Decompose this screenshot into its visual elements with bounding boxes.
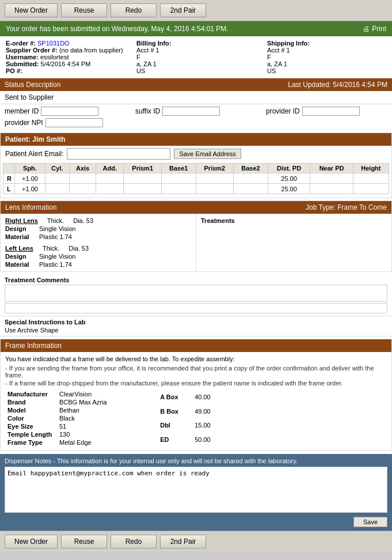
new-order-button[interactable]: New Order: [5, 3, 58, 17]
frame-abox-value: 40.00: [192, 390, 310, 404]
dispenser-notes-textarea[interactable]: Email happypatient@mypractice.com when o…: [5, 467, 387, 513]
rx-col-distpd: Dist. PD: [268, 164, 310, 173]
username-label: Username:: [6, 54, 39, 60]
rx-base2-l: [234, 184, 268, 194]
rx-base1-r: [162, 173, 196, 184]
rx-col-prism2: Prism2: [196, 164, 234, 173]
rx-col-add: Add.: [96, 164, 124, 173]
rx-table: Sph. Cyl. Axis Add. Prism1 Base1 Prism2 …: [3, 163, 389, 194]
patient-email-input[interactable]: [67, 148, 170, 160]
top-toolbar: New Order Reuse Redo 2nd Pair: [0, 0, 392, 21]
rx-col-cyl: Cyl.: [45, 164, 69, 173]
special-instructions-section: Special Instructions to Lab Use Archive …: [0, 316, 392, 336]
patient-header: Patient: Jim Smith: [1, 133, 391, 146]
member-id-input[interactable]: [41, 107, 98, 116]
left-dia: Dia. 53: [68, 245, 89, 252]
frame-model-label: Model: [5, 406, 57, 414]
rx-col-base2: Base2: [234, 164, 268, 173]
frame-color-value: Black: [57, 414, 158, 422]
second-pair-button[interactable]: 2nd Pair: [160, 3, 206, 17]
frame-type-value: Metal Edge: [57, 438, 158, 447]
left-thick-label: Thick.: [43, 245, 59, 252]
bottom-reuse-button[interactable]: Reuse: [61, 535, 107, 548]
frame-details-table: Manufacturer ClearVision Brand BCBG Max …: [5, 390, 158, 447]
billing-addr: a, ZA 1: [136, 60, 256, 67]
lens-header-label: Lens Information: [5, 203, 56, 211]
lens-header: Lens Information Job Type: Frame To Come: [1, 201, 391, 214]
frame-abox-row: A Box 40.00: [158, 390, 310, 404]
rx-axis-l: [69, 184, 96, 194]
suffix-id-input[interactable]: [162, 107, 220, 116]
rx-distpd-r: 25.00: [268, 173, 310, 184]
rx-nearpd-l: [310, 184, 353, 194]
rx-prism2-r: [196, 173, 234, 184]
provider-id-cell: provider ID: [266, 107, 387, 116]
rx-height-l: [353, 184, 389, 194]
left-material-value: Plastic 1.74: [39, 261, 72, 268]
save-email-button[interactable]: Save Email Address: [174, 149, 241, 159]
rx-prism2-l: [196, 184, 234, 194]
right-lens-label: Right Lens: [5, 217, 38, 224]
supplier-label: Supplier Order #:: [6, 47, 58, 54]
supplier-value: (no data from supplier): [59, 47, 123, 54]
frame-abox-label: A Box: [158, 390, 192, 404]
rx-eye-l: L: [3, 184, 15, 194]
rx-col-base1: Base1: [162, 164, 196, 173]
right-design-label: Design: [5, 225, 37, 232]
rx-col-eye: [3, 164, 15, 173]
rx-col-prism1: Prism1: [124, 164, 162, 173]
frame-color-label: Color: [5, 414, 57, 422]
bottom-new-order-button[interactable]: New Order: [5, 535, 58, 548]
provider-npi-input[interactable]: [45, 118, 103, 127]
frame-eyesize-row: Eye Size 51: [5, 422, 158, 430]
print-label: Print: [372, 25, 386, 33]
frame-note3: - If a frame will be drop-shipped from t…: [5, 380, 387, 387]
frame-color-row: Color Black: [5, 414, 158, 422]
frame-type-label: Frame Type: [5, 438, 57, 447]
reuse-button[interactable]: Reuse: [61, 3, 107, 17]
provider-id-input[interactable]: [302, 107, 360, 116]
frame-ed-row: ED 50.00: [158, 433, 310, 447]
treatments-label: Treatments: [201, 217, 387, 224]
left-design-label: Design: [5, 253, 37, 260]
shipping-f: F: [267, 54, 386, 60]
frame-manufacturer-label: Manufacturer: [5, 390, 57, 398]
provider-id-label: provider ID: [266, 107, 300, 115]
rx-add-l: [96, 184, 124, 194]
shipping-acct: Acct # 1: [267, 47, 386, 54]
lens-section: Lens Information Job Type: Frame To Come…: [0, 200, 392, 272]
bottom-redo-button[interactable]: Redo: [111, 535, 157, 548]
right-thick-label: Thick.: [47, 217, 64, 224]
rx-axis-r: [69, 173, 96, 184]
frame-eyesize-value: 51: [57, 422, 158, 430]
redo-button[interactable]: Redo: [111, 3, 157, 17]
po-label: PO #:: [6, 67, 22, 74]
dispenser-save-button[interactable]: Save: [353, 517, 387, 527]
left-design-value: Single Vision: [39, 253, 75, 260]
frame-dbl-row: Dbl 15.00: [158, 418, 310, 433]
right-material-value: Plastic 1.74: [39, 233, 72, 240]
suffix-id-cell: suffix ID: [135, 107, 257, 116]
provider-npi-label: provider NPI: [5, 119, 43, 127]
patient-section: Patient: Jim Smith Patient Alert Email: …: [0, 133, 392, 198]
frame-brand-label: Brand: [5, 398, 57, 406]
status-value: Sent to Supplier: [0, 91, 392, 104]
frame-section: Frame Information You have indicated tha…: [0, 339, 392, 451]
frame-brand-value: BCBG Max Azria: [57, 398, 158, 406]
treatment-comments-label: Treatment Comments: [5, 277, 387, 283]
eorder-value: SP1031DO: [37, 40, 70, 47]
frame-dbl-label: Dbl: [158, 418, 192, 433]
rx-col-axis: Axis: [69, 164, 96, 173]
dispenser-notes-label: Dispenser Notes - This information is fo…: [5, 457, 387, 464]
frame-temple-label: Temple Length: [5, 430, 57, 438]
rx-cyl-l: [45, 184, 69, 194]
bottom-second-pair-button[interactable]: 2nd Pair: [160, 535, 206, 548]
rx-distpd-l: 25.00: [268, 184, 310, 194]
rx-col-nearpd: Near PD: [310, 164, 353, 173]
rx-col-height: Height: [353, 164, 389, 173]
print-link[interactable]: 🖨 Print: [363, 25, 386, 33]
rx-prism1-r: [124, 173, 162, 184]
username-value: essilortest: [40, 54, 69, 60]
rx-sph-r: +1.00: [15, 173, 45, 184]
order-col-shipping: Shipping Info: Acct # 1 F a, ZA 1 US: [256, 40, 386, 74]
